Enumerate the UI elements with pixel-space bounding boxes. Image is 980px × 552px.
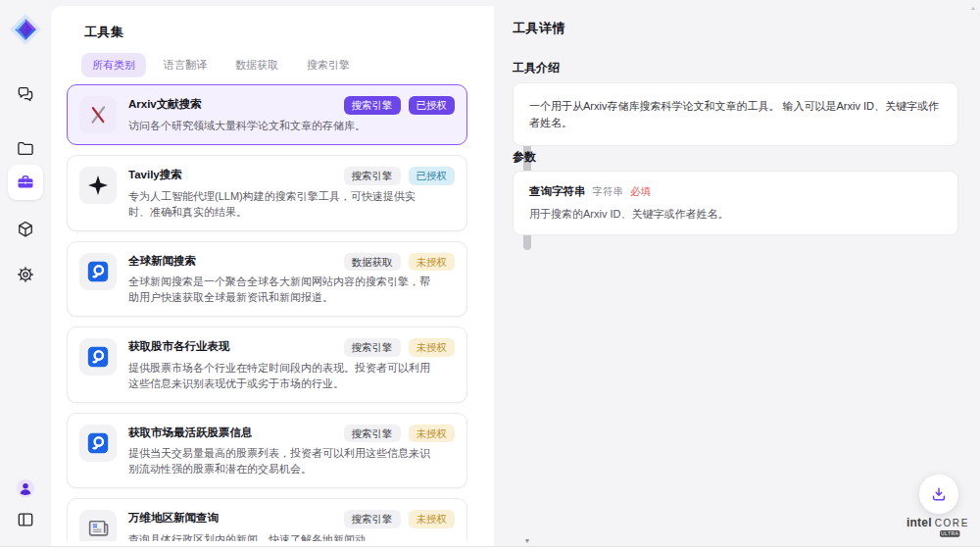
- tool-title: 获取市场最活跃股票信息: [128, 425, 336, 440]
- tool-card[interactable]: Arxiv文献搜索 搜索引擎 已授权 访问各个研究领域大量科学论文和文章的存储库…: [67, 84, 467, 145]
- parameter-list: 查询字符串 字符串 必填 用于搜索的Arxiv ID、关键字或作者姓名。: [513, 171, 958, 235]
- tool-title: Arxiv文献搜索: [128, 96, 336, 112]
- tool-list-panel: 工具集 所有类别语言翻译数据获取搜索引擎 Arxiv文献搜索 搜索引擎 已授权 …: [51, 6, 494, 546]
- tool-card[interactable]: Tavily搜索 搜索引擎 已授权 专为人工智能代理(LLM)构建的搜索引擎工具…: [67, 155, 467, 231]
- intro-heading: 工具介绍: [513, 60, 560, 76]
- tab-2[interactable]: 数据获取: [224, 53, 289, 77]
- tool-icon blue-search-icon: [79, 253, 117, 290]
- tool-description: 专为人工智能代理(LLM)构建的搜索引擎工具，可快速提供实时、准确和真实的结果。: [128, 188, 434, 220]
- tool-icon sparkle-icon: [79, 167, 117, 204]
- app-logo gem-logo-icon: [8, 12, 43, 47]
- parameter-description: 用于搜索的Arxiv ID、关键字或作者姓名。: [529, 207, 942, 222]
- nav-tools-button toolbox-icon[interactable]: [8, 165, 43, 200]
- tool-detail-panel: 工具详情 工具介绍 一个用于从Arxiv存储库搜索科学论文和文章的工具。 输入可…: [494, 0, 980, 546]
- detail-scroll-up-icon: ▲: [970, 5, 976, 11]
- tab-1[interactable]: 语言翻译: [153, 53, 218, 77]
- page-title: 工具集: [84, 24, 124, 41]
- brand-intel-text: intel: [906, 516, 932, 529]
- tab-3[interactable]: 搜索引擎: [296, 53, 361, 77]
- tool-title: 获取股市各行业表现: [128, 338, 336, 354]
- category-badge: 搜索引擎: [344, 338, 401, 357]
- intro-card: 一个用于从Arxiv存储库搜索科学论文和文章的工具。 输入可以是Arxiv ID…: [513, 82, 958, 146]
- category-badge: 搜索引擎: [344, 425, 401, 443]
- status-badge: 未授权: [409, 510, 456, 528]
- tool-description: 提供股票市场各个行业在特定时间段内的表现。投资者可以利用这些信息来识别表现优于或…: [128, 360, 434, 391]
- collapse-panel-button panel-toggle-icon[interactable]: [14, 508, 37, 531]
- tool-description: 访问各个研究领域大量科学论文和文章的存储库。: [128, 118, 434, 133]
- tool-card[interactable]: 获取股市各行业表现 搜索引擎 未授权 提供股票市场各个行业在特定时间段内的表现。…: [67, 326, 467, 403]
- parameter-name: 查询字符串: [529, 184, 586, 199]
- user-avatar user-avatar-icon[interactable]: [14, 477, 37, 500]
- tool-description: 查询具体行政区划内的新闻，快速了解各地新闻动: [128, 531, 434, 542]
- category-badge: 数据获取: [344, 253, 401, 272]
- tool-list: Arxiv文献搜索 搜索引擎 已授权 访问各个研究领域大量科学论文和文章的存储库…: [67, 84, 467, 541]
- icon-rail: [0, 0, 51, 546]
- status-badge: 未授权: [409, 338, 456, 357]
- tool-title: 全球新闻搜索: [128, 253, 336, 269]
- status-badge: 已授权: [409, 96, 456, 115]
- tool-icon blue-search-icon: [79, 425, 117, 462]
- status-badge: 已授权: [409, 167, 456, 185]
- tool-card[interactable]: 获取市场最活跃股票信息 搜索引擎 未授权 提供当天交易量最高的股票列表，投资者可…: [67, 413, 467, 489]
- app-window: 工具集 所有类别语言翻译数据获取搜索引擎 Arxiv文献搜索 搜索引擎 已授权 …: [0, 0, 980, 552]
- tool-description: 提供当天交易量最高的股票列表，投资者可以利用这些信息来识别流动性强的股票和潜在的…: [128, 445, 434, 477]
- tab-0[interactable]: 所有类别: [81, 53, 146, 77]
- tool-description: 全球新闻搜索是一个聚合全球各大新闻网站内容的搜索引擎，帮助用户快速获取全球最新资…: [128, 274, 434, 305]
- tool-icon arxiv-icon: [79, 96, 117, 133]
- download-button download-icon[interactable]: [919, 475, 958, 514]
- nav-models-button cube-icon[interactable]: [14, 218, 37, 241]
- intro-text: 一个用于从Arxiv存储库搜索科学论文和文章的工具。 输入可以是Arxiv ID…: [529, 100, 939, 128]
- brand-core-text: CORE: [935, 518, 969, 528]
- category-badge: 搜索引擎: [344, 167, 401, 185]
- intel-core-logo: intel CORE ULTRA: [906, 516, 975, 538]
- parameter-card: 查询字符串 字符串 必填 用于搜索的Arxiv ID、关键字或作者姓名。: [513, 171, 958, 235]
- params-heading: 参数: [513, 149, 536, 166]
- brand-ultra-badge: ULTRA: [940, 530, 959, 537]
- category-tabs: 所有类别语言翻译数据获取搜索引擎: [81, 53, 361, 77]
- tool-card[interactable]: 万维地区新闻查询 搜索引擎 未授权 查询具体行政区划内的新闻，快速了解各地新闻动: [67, 498, 467, 541]
- category-badge: 搜索引擎: [344, 96, 401, 115]
- parameter-required-badge: 必填: [630, 185, 651, 199]
- tool-title: Tavily搜索: [128, 167, 336, 182]
- status-badge: 未授权: [409, 253, 456, 272]
- tool-title: 万维地区新闻查询: [128, 510, 336, 526]
- nav-files-button folder-icon[interactable]: [14, 137, 37, 161]
- tool-icon newspaper-icon: [79, 510, 117, 541]
- category-badge: 搜索引擎: [344, 510, 401, 528]
- status-badge: 未授权: [409, 425, 456, 443]
- tool-card[interactable]: 全球新闻搜索 数据获取 未授权 全球新闻搜索是一个聚合全球各大新闻网站内容的搜索…: [67, 241, 467, 318]
- nav-chat-button chat-icon[interactable]: [14, 82, 37, 106]
- nav-settings-button gear-icon[interactable]: [14, 263, 37, 286]
- tool-icon blue-search-icon: [79, 338, 117, 376]
- parameter-type: 字符串: [593, 185, 624, 199]
- detail-title: 工具详情: [513, 20, 565, 37]
- window-bottom-strip: [0, 546, 980, 552]
